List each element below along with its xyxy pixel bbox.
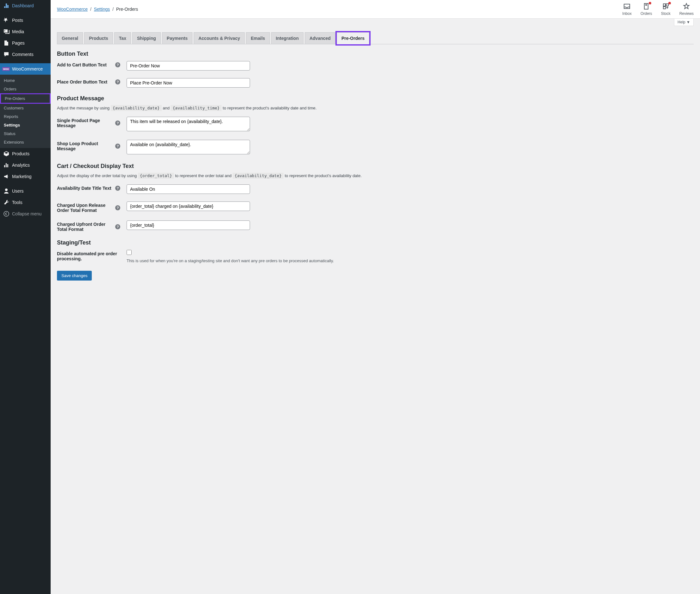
tab-integration[interactable]: Integration bbox=[271, 32, 304, 44]
settings-tabs: General Products Tax Shipping Payments A… bbox=[57, 32, 694, 44]
megaphone-icon bbox=[3, 173, 9, 180]
sidebar-item-label: Products bbox=[12, 151, 29, 156]
top-actions: Inbox Orders Stock Reviews bbox=[623, 3, 694, 16]
sidebar-item-label: Analytics bbox=[12, 163, 30, 168]
stock-icon bbox=[662, 3, 670, 10]
tab-payments[interactable]: Payments bbox=[162, 32, 192, 44]
charged-upfront-input[interactable] bbox=[127, 221, 250, 230]
admin-sidebar: Dashboard Posts Media Pages Comments woo… bbox=[0, 0, 51, 594]
help-icon[interactable]: ? bbox=[115, 143, 120, 148]
help-icon[interactable]: ? bbox=[115, 205, 120, 210]
form-row-single-product: Single Product Page Message ? This item … bbox=[57, 117, 694, 132]
help-tab-wrap: Help ▼ bbox=[51, 19, 700, 26]
breadcrumb: WooCommerce / Settings / Pre-Orders bbox=[57, 7, 138, 12]
sidebar-sub-home[interactable]: Home bbox=[0, 76, 51, 85]
top-action-reviews[interactable]: Reviews bbox=[679, 3, 694, 16]
inbox-icon bbox=[623, 3, 631, 10]
sidebar-item-dashboard[interactable]: Dashboard bbox=[0, 0, 51, 11]
tab-accounts-privacy[interactable]: Accounts & Privacy bbox=[194, 32, 245, 44]
box-icon bbox=[3, 151, 9, 157]
sidebar-sub-reports[interactable]: Reports bbox=[0, 112, 51, 121]
sidebar-sub-orders[interactable]: Orders bbox=[0, 85, 51, 93]
sidebar-item-posts[interactable]: Posts bbox=[0, 14, 51, 26]
field-label: Disable automated pre order processing. bbox=[57, 251, 120, 261]
place-order-text-input[interactable] bbox=[127, 78, 250, 88]
tab-advanced[interactable]: Advanced bbox=[305, 32, 336, 44]
add-to-cart-text-input[interactable] bbox=[127, 61, 250, 70]
sidebar-collapse[interactable]: Collapse menu bbox=[0, 208, 51, 220]
form-row-charged-upfront: Charged Upfront Order Total Format ? bbox=[57, 221, 694, 232]
help-tab[interactable]: Help ▼ bbox=[674, 19, 694, 26]
sidebar-sub-settings[interactable]: Settings bbox=[0, 121, 51, 129]
chart-icon bbox=[3, 162, 9, 168]
top-action-label: Inbox bbox=[623, 11, 632, 16]
sidebar-item-products[interactable]: Products bbox=[0, 148, 51, 159]
sidebar-item-label: Collapse menu bbox=[12, 211, 41, 216]
pin-icon bbox=[3, 17, 9, 24]
section-desc-product-message: Adjust the message by using {availabilit… bbox=[57, 106, 694, 110]
field-label: Availability Date Title Text bbox=[57, 186, 112, 191]
placeholder-code: {availability_date} bbox=[232, 173, 284, 179]
help-icon[interactable]: ? bbox=[115, 79, 120, 85]
help-icon[interactable]: ? bbox=[115, 224, 120, 229]
sidebar-item-label: Media bbox=[12, 29, 24, 34]
form-row-avail-title: Availability Date Title Text ? bbox=[57, 185, 694, 194]
help-icon[interactable]: ? bbox=[115, 186, 120, 191]
sidebar-item-label: Tools bbox=[12, 200, 23, 205]
user-icon bbox=[3, 188, 9, 194]
field-label: Place Order Button Text bbox=[57, 79, 107, 85]
sidebar-item-label: Marketing bbox=[12, 174, 31, 179]
top-action-stock[interactable]: Stock bbox=[661, 3, 671, 16]
charged-release-input[interactable] bbox=[127, 201, 250, 211]
sidebar-item-marketing[interactable]: Marketing bbox=[0, 171, 51, 182]
tab-products[interactable]: Products bbox=[84, 32, 113, 44]
top-action-label: Orders bbox=[640, 11, 652, 16]
sidebar-item-pages[interactable]: Pages bbox=[0, 37, 51, 49]
breadcrumb-separator: / bbox=[90, 7, 91, 12]
sidebar-item-label: Dashboard bbox=[12, 3, 34, 8]
form-row-place-order: Place Order Button Text ? bbox=[57, 78, 694, 88]
top-action-label: Reviews bbox=[679, 11, 694, 16]
top-action-inbox[interactable]: Inbox bbox=[623, 3, 632, 16]
disable-processing-checkbox[interactable] bbox=[127, 250, 132, 255]
field-label: Single Product Page Message bbox=[57, 118, 113, 128]
sidebar-sub-status[interactable]: Status bbox=[0, 129, 51, 138]
help-icon[interactable]: ? bbox=[115, 121, 120, 126]
shop-loop-message-input[interactable]: Available on {availability_date}. bbox=[127, 140, 250, 154]
page-icon bbox=[3, 40, 9, 46]
save-changes-button[interactable]: Save changes bbox=[57, 271, 92, 280]
woo-icon: woo bbox=[3, 66, 9, 72]
tab-tax[interactable]: Tax bbox=[114, 32, 131, 44]
tab-shipping[interactable]: Shipping bbox=[132, 32, 161, 44]
breadcrumb-settings[interactable]: Settings bbox=[94, 7, 110, 12]
field-label: Add to Cart Button Text bbox=[57, 62, 107, 67]
sidebar-item-users[interactable]: Users bbox=[0, 185, 51, 197]
help-icon[interactable]: ? bbox=[115, 62, 120, 67]
sidebar-item-tools[interactable]: Tools bbox=[0, 197, 51, 208]
sidebar-item-comments[interactable]: Comments bbox=[0, 49, 51, 60]
breadcrumb-separator: / bbox=[112, 7, 114, 12]
sidebar-item-media[interactable]: Media bbox=[0, 26, 51, 37]
collapse-icon bbox=[3, 211, 9, 217]
sidebar-sub-preorders[interactable]: Pre-Orders bbox=[0, 93, 51, 104]
availability-title-input[interactable] bbox=[127, 185, 250, 194]
sidebar-sub-extensions[interactable]: Extensions bbox=[0, 138, 51, 146]
sidebar-sub-customers[interactable]: Customers bbox=[0, 104, 51, 112]
svg-point-0 bbox=[4, 211, 9, 216]
single-product-message-input[interactable]: This item will be released on {availabil… bbox=[127, 117, 250, 131]
top-action-orders[interactable]: Orders bbox=[640, 3, 652, 16]
breadcrumb-woocommerce[interactable]: WooCommerce bbox=[57, 7, 88, 12]
field-label: Charged Upfront Order Total Format bbox=[57, 222, 113, 232]
tab-general[interactable]: General bbox=[57, 32, 83, 44]
form-row-disable-processing: Disable automated pre order processing. … bbox=[57, 250, 694, 263]
notification-dot-icon bbox=[649, 2, 651, 4]
tab-emails[interactable]: Emails bbox=[246, 32, 269, 44]
sidebar-item-woocommerce[interactable]: woo WooCommerce bbox=[0, 63, 51, 75]
media-icon bbox=[3, 29, 9, 35]
placeholder-code: {availability_time} bbox=[170, 105, 222, 111]
sidebar-item-analytics[interactable]: Analytics bbox=[0, 159, 51, 171]
placeholder-code: {order_total} bbox=[138, 173, 174, 179]
tab-preorders[interactable]: Pre-Orders bbox=[337, 32, 369, 44]
settings-content: General Products Tax Shipping Payments A… bbox=[51, 26, 700, 293]
section-title-button-text: Button Text bbox=[57, 51, 694, 57]
